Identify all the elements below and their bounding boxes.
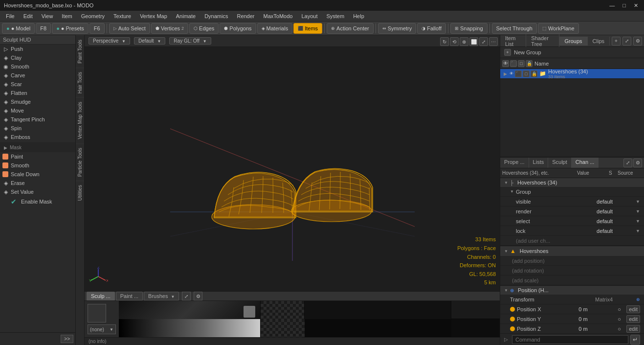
tool-mask-paint[interactable]: Paint <box>0 152 75 161</box>
maximize-viewport-button[interactable]: ⤢ <box>479 37 488 46</box>
reset-viewport-button[interactable]: ⟲ <box>450 37 459 46</box>
menu-help[interactable]: Help <box>349 12 368 20</box>
pos-x-radio[interactable]: ○ <box>618 306 626 312</box>
settings-bottom-button[interactable]: ⚙ <box>194 292 202 300</box>
select-icon[interactable]: □ <box>518 60 525 67</box>
menu-item[interactable]: Item <box>58 12 76 20</box>
pos-y-radio[interactable]: ○ <box>618 316 626 322</box>
expand-tools-button[interactable]: >> <box>61 335 73 343</box>
falloff-button[interactable]: ◑ Falloff <box>417 23 446 34</box>
tool-push[interactable]: ▷ Push <box>0 45 75 53</box>
tool-set-value[interactable]: ◈ Set Value <box>0 187 75 196</box>
menu-edit[interactable]: Edit <box>20 12 37 20</box>
f6-button[interactable]: F6 <box>89 23 105 34</box>
channels-tab[interactable]: Chan ... <box>572 158 599 168</box>
lock-dropdown[interactable]: ▼ <box>636 229 640 233</box>
maximize-button[interactable]: □ <box>621 2 628 9</box>
close-button[interactable]: ✕ <box>632 2 640 9</box>
zoom-viewport-button[interactable]: ⊕ <box>460 37 468 46</box>
new-group-icon[interactable]: + <box>504 49 511 56</box>
hovershoes-section-header[interactable]: ▼ ├ Hovershoes (34) <box>500 178 644 187</box>
visible-dropdown[interactable]: ▼ <box>636 199 640 204</box>
menu-layout[interactable]: Layout <box>297 12 321 20</box>
tree-expand-btn[interactable]: ▶ <box>502 71 508 77</box>
workplane-button[interactable]: ⬚ WorkPlane <box>538 23 579 34</box>
tool-smudge[interactable]: ◈ Smudge <box>0 97 75 106</box>
ray-gl-dropdown[interactable]: Ray GL: Off ▼ <box>169 37 211 45</box>
pos-x-edit[interactable]: edit <box>626 305 640 313</box>
command-execute-button[interactable]: ↵ <box>630 335 640 345</box>
auto-select-button[interactable]: ▷ Auto Select <box>109 23 150 34</box>
snapping-button[interactable]: ⊞ Snapping <box>450 23 488 34</box>
tool-scale-down[interactable]: Scale Down <box>0 170 75 179</box>
lock-icon[interactable]: 🔒 <box>526 60 533 67</box>
menu-render[interactable]: Render <box>233 12 258 20</box>
render-icon[interactable]: ⬛ <box>510 60 517 67</box>
add-position-row[interactable]: (add position) <box>500 256 644 266</box>
paint-tab[interactable]: Paint ... <box>116 292 143 300</box>
polygons-button[interactable]: ⬢ Polygons <box>220 23 256 34</box>
enable-mask-toggle[interactable]: ✔ Enable Mask <box>0 196 75 207</box>
eye-icon[interactable]: 👁 <box>502 60 509 67</box>
tool-smooth[interactable]: ◉ Smooth <box>0 62 75 71</box>
menu-file[interactable]: File <box>2 12 19 20</box>
sculpt-tab[interactable]: Sculp ... <box>87 292 115 300</box>
position-section-header[interactable]: ▼ ⊕ Position (H... <box>500 286 644 295</box>
select-dropdown[interactable]: ▼ <box>636 219 640 224</box>
menu-maxtomodo[interactable]: MaxToModo <box>260 12 297 20</box>
viewport[interactable]: Perspective ▼ Default ▼ Ray GL: Off ▼ ↻ … <box>85 35 500 291</box>
hair-tools-tab[interactable]: Hair Tools <box>76 68 84 97</box>
particle-tools-tab[interactable]: Particle Tools <box>76 143 84 181</box>
perspective-dropdown[interactable]: Perspective ▼ <box>89 37 130 45</box>
tree-icon-3[interactable]: 🔒 <box>531 70 537 77</box>
action-center-button[interactable]: ⊕ Action Center <box>327 23 374 34</box>
settings-right-button[interactable]: ⚙ <box>633 37 642 46</box>
transform-link-icon[interactable]: ⊕ <box>636 297 640 302</box>
items-button[interactable]: ⬛ Items <box>293 23 322 34</box>
fit-viewport-button[interactable]: ⬜ <box>469 37 478 46</box>
prop-expand-btn[interactable]: ⤢ <box>623 159 632 167</box>
item-list-tab[interactable]: Item List <box>500 34 526 48</box>
add-scale-row[interactable]: (add scale) <box>500 276 644 285</box>
default-dropdown[interactable]: Default ▼ <box>134 37 165 45</box>
pos-z-edit[interactable]: edit <box>626 325 640 333</box>
tool-scar[interactable]: ◈ Scar <box>0 80 75 89</box>
render-dropdown[interactable]: ▼ <box>636 209 640 214</box>
vertex-map-tools-tab[interactable]: Vertex Map Tools <box>76 97 84 143</box>
add-rotation-row[interactable]: (add rotation) <box>500 266 644 276</box>
tool-emboss[interactable]: ◈ Emboss <box>0 133 75 141</box>
lists-tab[interactable]: Lists <box>529 158 549 168</box>
add-user-channel-row[interactable]: (add user ch... <box>500 236 644 246</box>
presets-button[interactable]: ● ● Presets <box>52 23 89 34</box>
menu-texture[interactable]: Texture <box>110 12 135 20</box>
prop-settings-btn[interactable]: ⚙ <box>633 159 642 167</box>
materials-button[interactable]: ◈ Materials <box>257 23 293 34</box>
f8-button[interactable]: F8 <box>36 23 51 34</box>
menu-system[interactable]: System <box>322 12 348 20</box>
brushes-tab[interactable]: Brushes ▼ <box>144 292 179 300</box>
tool-erase[interactable]: ◈ Erase <box>0 179 75 187</box>
groups-tab[interactable]: Groups <box>559 37 587 46</box>
tree-vis-eye[interactable]: 👁 <box>508 70 515 77</box>
tool-carve[interactable]: ◈ Carve <box>0 71 75 80</box>
viewport-settings-button[interactable]: ⋯ <box>489 37 498 46</box>
menu-vertex-map[interactable]: Vertex Map <box>136 12 171 20</box>
menu-animate[interactable]: Animate <box>172 12 200 20</box>
model-mode-button[interactable]: ● ● Model <box>2 23 35 34</box>
expand-right-button[interactable]: ⤢ <box>622 37 631 46</box>
menu-dynamics[interactable]: Dynamics <box>200 12 232 20</box>
titlebar-controls[interactable]: — □ ✕ <box>607 2 640 9</box>
pos-y-edit[interactable]: edit <box>626 315 640 323</box>
vertices-button[interactable]: ⬟ Vertices 2 <box>151 23 188 34</box>
tool-mask-smooth[interactable]: Smooth <box>0 161 75 170</box>
minimize-button[interactable]: — <box>607 2 617 9</box>
edges-button[interactable]: ⬡ Edges <box>189 23 219 34</box>
select-through-button[interactable]: Select Through <box>492 23 537 34</box>
add-right-button[interactable]: + <box>612 37 621 46</box>
tree-row-hovershoes[interactable]: ▶ 👁 ⬛ □ 🔒 📁 Hovershoes (34) 33 Items <box>500 69 644 79</box>
clips-tab[interactable]: Clips <box>588 37 610 46</box>
paint-tools-tab[interactable]: Paint Tools <box>76 35 84 68</box>
properties-tab[interactable]: Prope ... <box>500 158 529 168</box>
hovershoes-item-header[interactable]: ▼ ▲ Hovershoes <box>500 246 644 256</box>
tree-icon-1[interactable]: ⬛ <box>515 70 522 77</box>
